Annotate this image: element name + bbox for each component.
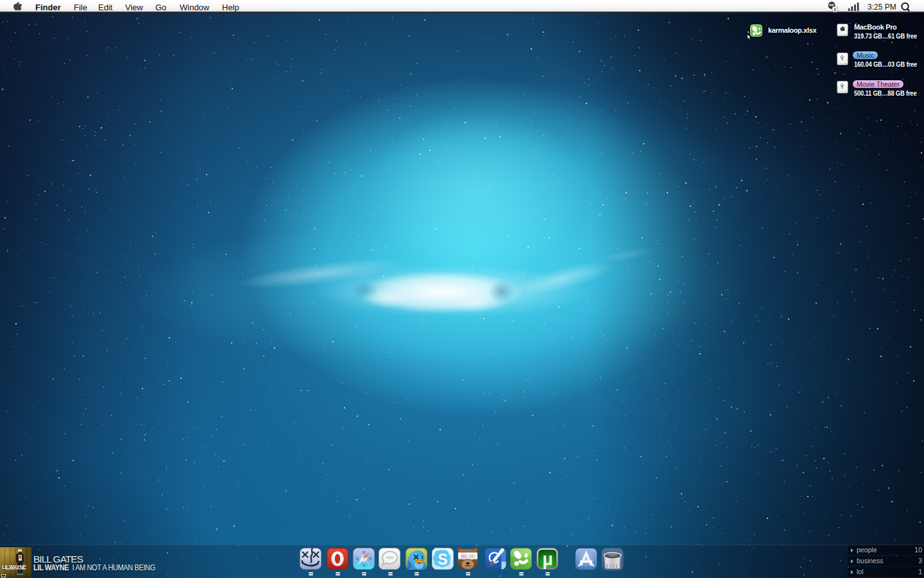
svg-text:μ: μ (542, 550, 553, 569)
svg-text:S: S (438, 551, 447, 568)
svg-text:z: z (834, 7, 836, 12)
